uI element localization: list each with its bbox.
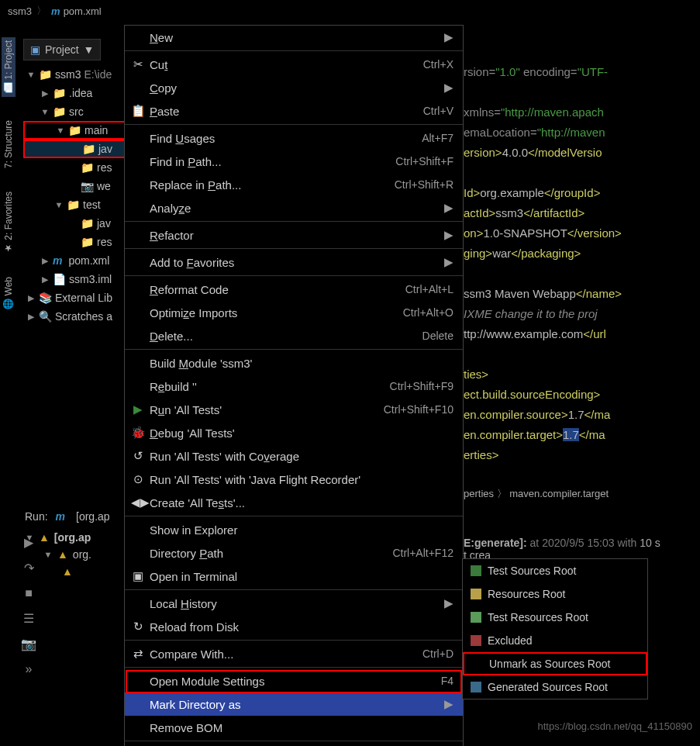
menu-shortcut: Alt+F7 (422, 132, 453, 144)
code-line: erties> (464, 445, 700, 465)
folder-mark-icon (471, 565, 481, 576)
menu-item-run-all-tests-with-java-flight-recorder-[interactable]: ⊙Run 'All Tests' with 'Java Flight Recor… (125, 468, 463, 491)
submenu-arrow-icon: ▶ (444, 697, 453, 711)
expand-icon[interactable]: ▶ (26, 312, 36, 322)
rail-project[interactable]: 📄 1: Project (2, 37, 16, 97)
expand-icon[interactable]: ▶ (26, 293, 36, 303)
submenu-item-test-resources-root[interactable]: Test Resources Root (463, 606, 647, 629)
menu-label: Directory Path (150, 547, 223, 560)
menu-item-replace-in-path-[interactable]: Replace in Path...Ctrl+Shift+R (125, 173, 463, 196)
submenu-item-test-sources-root[interactable]: Test Sources Root (463, 559, 647, 582)
expand-icon[interactable]: ▶ (40, 275, 50, 285)
folder-icon: 📁 (82, 143, 95, 155)
menu-icon: ▶ (131, 402, 145, 416)
menu-separator (125, 221, 463, 222)
menu-item-run-all-tests-[interactable]: ▶Run 'All Tests'Ctrl+Shift+F10 (125, 398, 463, 421)
submenu-arrow-icon: ▶ (444, 30, 453, 44)
mark-directory-submenu[interactable]: Test Sources RootResources RootTest Reso… (462, 558, 648, 699)
folder-icon: 📚 (39, 292, 52, 304)
menu-item-open-in-terminal[interactable]: ▣Open in Terminal (125, 565, 463, 588)
menu-shortcut: Ctrl+Shift+F (395, 155, 453, 168)
menu-item-debug-all-tests-[interactable]: 🐞Debug 'All Tests' (125, 421, 463, 444)
menu-item-analyze[interactable]: Analyze▶ (125, 196, 463, 219)
tree-label: .idea (69, 87, 92, 99)
menu-icon: 📋 (131, 104, 145, 118)
submenu-label: Unmark as Sources Root (489, 658, 610, 670)
rail-favorites[interactable]: ★ 2: Favorites (3, 192, 14, 254)
menu-item-find-usages[interactable]: Find UsagesAlt+F7 (125, 126, 463, 150)
context-menu[interactable]: New▶✂CutCtrl+XCopy▶📋PasteCtrl+VFind Usag… (124, 25, 464, 746)
code-line: Id>org.example</groupId> (464, 183, 700, 203)
menu-item-directory-path[interactable]: Directory PathCtrl+Alt+F12 (125, 541, 463, 565)
submenu-item-unmark-as-sources-root[interactable]: Unmark as Sources Root (463, 652, 647, 675)
menu-item-rebuild-default-[interactable]: Rebuild ''Ctrl+Shift+F9 (125, 375, 463, 398)
menu-item-mark-directory-as[interactable]: Mark Directory as▶ (125, 692, 463, 716)
tree-label: we (97, 180, 111, 192)
menu-shortcut: Ctrl+Shift+R (395, 178, 453, 191)
menu-item-add-to-favorites[interactable]: Add to Favorites▶ (125, 250, 463, 274)
menu-item-reload-from-disk[interactable]: ↻Reload from Disk (125, 615, 463, 638)
folder-icon: 📁 (68, 124, 81, 136)
menu-item-find-in-path-[interactable]: Find in Path...Ctrl+Shift+F (125, 150, 463, 173)
menu-item-create-all-tests-[interactable]: ◀▶Create 'All Tests'... (125, 491, 463, 514)
code-line: ersion>4.0.0</modelVersio (464, 143, 700, 163)
editor-breadcrumb[interactable]: perties 〉 maven.compiler.target (464, 487, 609, 501)
editor[interactable]: rsion="1.0" encoding="UTF-xmlns="http://… (464, 62, 700, 465)
folder-icon: 📁 (53, 87, 66, 99)
menu-label: Run 'All Tests' with 'Java Flight Record… (150, 473, 360, 486)
menu-item-optimize-imports[interactable]: Optimize ImportsCtrl+Alt+O (125, 301, 463, 324)
filter-icon[interactable]: ☰ (23, 611, 34, 626)
menu-item-run-all-tests-with-coverage[interactable]: ↺Run 'All Tests' with Coverage (125, 444, 463, 468)
run-toolbar: ▶ ↷ ■ ☰ 📷 » (17, 535, 40, 676)
expand-icon[interactable]: ▼ (40, 107, 50, 116)
run-head-label: E:generate]: (464, 537, 527, 549)
camera-icon[interactable]: 📷 (21, 637, 36, 651)
expand-icon[interactable]: ▼ (56, 126, 65, 135)
more-icon[interactable]: » (26, 662, 33, 676)
menu-label: Copy (150, 81, 177, 95)
folder-icon: 📁 (81, 236, 94, 248)
expand-icon[interactable]: ▶ (40, 256, 50, 266)
rail-structure[interactable]: 7: Structure (3, 120, 14, 168)
warning-icon: ▲ (57, 548, 68, 561)
menu-item-reformat-code[interactable]: Reformat CodeCtrl+Alt+L (125, 278, 463, 301)
expand-icon[interactable]: ▼ (54, 200, 64, 209)
menu-label: Delete... (150, 330, 193, 343)
menu-item-cut[interactable]: ✂CutCtrl+X (125, 53, 463, 76)
menu-separator (125, 50, 463, 51)
menu-item-copy[interactable]: Copy▶ (125, 76, 463, 99)
run-icon[interactable]: ▶ (24, 535, 33, 550)
submenu-arrow-icon: ▶ (444, 228, 453, 242)
menu-shortcut: Ctrl+X (423, 58, 453, 71)
menu-item-remove-bom[interactable]: Remove BOM (125, 716, 463, 739)
menu-item-delete-[interactable]: Delete...Delete (125, 324, 463, 347)
submenu-item-excluded[interactable]: Excluded (463, 629, 647, 652)
menu-item-paste[interactable]: 📋PasteCtrl+V (125, 99, 463, 123)
folder-icon: 🔍 (39, 310, 52, 323)
breadcrumb-sep: 〉 (36, 4, 47, 18)
menu-item-open-module-settings[interactable]: Open Module SettingsF4 (125, 669, 463, 692)
menu-item-build-module-ssm3-[interactable]: Build Module 'ssm3' (125, 351, 463, 375)
run-time: at 2020/9/5 15:03 with (530, 537, 637, 549)
menu-item-create-gist-[interactable]: GCreate Gist... (125, 743, 463, 746)
menu-item-new[interactable]: New▶ (125, 26, 463, 49)
menu-item-compare-with-[interactable]: ⇄Compare With...Ctrl+D (125, 642, 463, 665)
submenu-item-generated-sources-root[interactable]: Generated Sources Root (463, 675, 647, 699)
rail-web[interactable]: 🌐 Web (3, 277, 14, 310)
expand-icon[interactable]: ▶ (40, 88, 50, 98)
folder-mark-icon (471, 589, 481, 599)
menu-item-local-history[interactable]: Local History▶ (125, 592, 463, 615)
folder-icon: 📁 (67, 199, 80, 211)
run-tab[interactable]: [org.ap (76, 510, 110, 523)
menu-item-refactor[interactable]: Refactor▶ (125, 223, 463, 247)
expand-icon[interactable]: ▼ (26, 70, 36, 79)
project-toolwindow-header[interactable]: ▣ Project ▼ (23, 39, 101, 60)
step-icon[interactable]: ↷ (24, 561, 34, 575)
breadcrumb-file[interactable]: pom.xml (64, 5, 102, 17)
menu-item-show-in-explorer[interactable]: Show in Explorer (125, 518, 463, 541)
code-line: rsion="1.0" encoding="UTF- (464, 62, 700, 82)
breadcrumb-root[interactable]: ssm3 (8, 5, 32, 17)
menu-label: Refactor (150, 229, 194, 242)
stop-icon[interactable]: ■ (25, 586, 33, 600)
submenu-item-resources-root[interactable]: Resources Root (463, 582, 647, 606)
